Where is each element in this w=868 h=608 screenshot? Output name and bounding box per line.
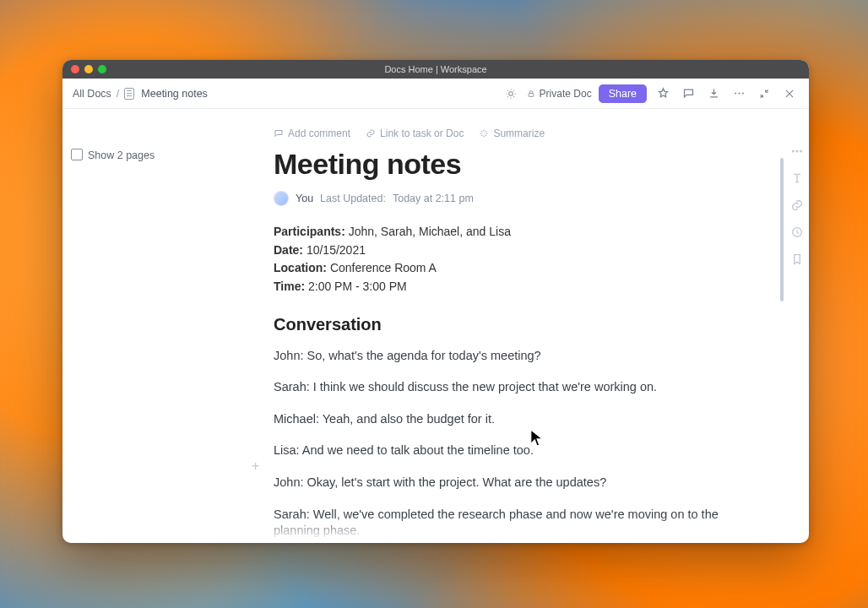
page-icon — [124, 88, 134, 100]
link-icon — [366, 128, 376, 138]
date-value: 10/15/2021 — [307, 243, 366, 257]
show-pages-toggle[interactable]: Show 2 pages — [73, 149, 189, 161]
more-icon[interactable] — [730, 84, 748, 103]
rail-bookmark-icon[interactable] — [790, 252, 804, 266]
breadcrumb-root[interactable]: All Docs — [73, 88, 111, 100]
breadcrumb: All Docs / Meeting notes — [73, 88, 208, 100]
star-icon[interactable] — [654, 84, 672, 103]
window-close-button[interactable] — [71, 65, 79, 73]
comment-bubble-icon — [274, 128, 284, 138]
svg-point-2 — [735, 93, 736, 95]
pages-icon — [73, 150, 83, 160]
privacy-label: Private Doc — [540, 88, 592, 100]
comment-icon[interactable] — [679, 84, 697, 103]
last-updated-label: Last Updated: — [320, 193, 386, 204]
lock-icon — [527, 90, 535, 98]
section-heading-conversation[interactable]: Conversation — [274, 315, 746, 334]
rail-link-icon[interactable] — [790, 198, 804, 212]
link-task-action[interactable]: Link to task or Doc — [366, 128, 464, 139]
location-label: Location: — [274, 261, 327, 274]
participants-value: John, Sarah, Michael, and Lisa — [349, 225, 511, 238]
document-body: Show 2 pages Add comment Link to task or… — [62, 109, 809, 543]
conversation-line[interactable]: Sarah: I think we should discuss the new… — [274, 379, 746, 396]
byline: You Last Updated: Today at 2:11 pm — [274, 191, 746, 206]
window-title: Docs Home | Workspace — [62, 64, 809, 74]
svg-point-5 — [792, 150, 794, 152]
window-minimize-button[interactable] — [84, 65, 93, 73]
app-window: Docs Home | Workspace All Docs / Meeting… — [62, 60, 809, 543]
conversation-line[interactable]: Michael: Yeah, and also the budget for i… — [274, 411, 746, 428]
privacy-toggle[interactable]: Private Doc — [527, 88, 592, 100]
svg-point-0 — [508, 91, 513, 95]
last-updated-value: Today at 2:11 pm — [393, 193, 474, 204]
meeting-metadata[interactable]: Participants: John, Sarah, Michael, and … — [274, 223, 746, 296]
conversation-line[interactable]: John: Okay, let's start with the project… — [274, 475, 746, 491]
svg-point-4 — [741, 93, 743, 95]
time-value: 2:00 PM - 3:00 PM — [308, 280, 407, 293]
collapse-icon[interactable] — [755, 84, 773, 103]
summarize-action[interactable]: Summarize — [479, 128, 545, 139]
time-label: Time: — [274, 280, 305, 293]
conversation-line[interactable]: Lisa: And we need to talk about the time… — [274, 442, 746, 459]
scrollbar-thumb[interactable] — [780, 158, 784, 301]
quick-actions: Add comment Link to task or Doc Summariz… — [274, 128, 746, 139]
svg-rect-1 — [529, 93, 534, 96]
author-avatar[interactable] — [274, 191, 289, 206]
breadcrumb-separator: / — [117, 88, 119, 100]
date-label: Date: — [274, 243, 303, 257]
location-value: Conference Room A — [330, 261, 437, 274]
document-title[interactable]: Meeting notes — [274, 148, 746, 181]
sparkle-icon — [479, 128, 489, 138]
desktop-background: Docs Home | Workspace All Docs / Meeting… — [0, 0, 868, 608]
right-rail — [785, 109, 809, 543]
rail-type-icon[interactable] — [790, 171, 804, 185]
close-icon[interactable] — [780, 84, 799, 103]
rail-more-icon[interactable] — [790, 144, 804, 158]
participants-label: Participants: — [274, 225, 345, 238]
share-button[interactable]: Share — [599, 84, 647, 103]
left-sidebar: Show 2 pages — [62, 109, 198, 543]
add-comment-action[interactable]: Add comment — [274, 128, 350, 139]
svg-point-3 — [738, 93, 740, 95]
breadcrumb-current[interactable]: Meeting notes — [141, 88, 208, 100]
conversation-line[interactable]: John: So, what's the agenda for today's … — [274, 348, 746, 365]
author-name: You — [296, 193, 313, 204]
sun-icon[interactable] — [502, 84, 520, 103]
svg-point-6 — [796, 150, 798, 152]
window-titlebar: Docs Home | Workspace — [62, 60, 809, 79]
window-zoom-button[interactable] — [98, 65, 106, 73]
svg-point-7 — [800, 150, 802, 152]
window-controls — [71, 65, 106, 73]
conversation-line[interactable]: Sarah: Well, we've completed the researc… — [274, 507, 746, 540]
toolbar: All Docs / Meeting notes Private Doc Sha… — [62, 79, 809, 109]
show-pages-label: Show 2 pages — [88, 149, 155, 161]
document-content[interactable]: Add comment Link to task or Doc Summariz… — [198, 109, 785, 543]
download-icon[interactable] — [704, 84, 723, 103]
insert-block-button[interactable]: + — [252, 459, 259, 473]
rail-clock-icon[interactable] — [790, 225, 804, 239]
